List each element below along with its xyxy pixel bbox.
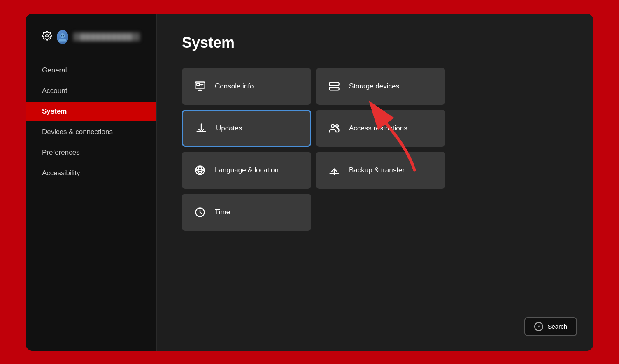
svg-point-13 [336,125,338,127]
sidebar-item-preferences[interactable]: Preferences [26,143,156,162]
nav-items: General Account System Devices & connect… [26,60,156,183]
main-content: System Console info [157,14,593,351]
gear-icon [42,31,52,43]
svg-point-1 [60,33,65,38]
backup-transfer-label: Backup & transfer [349,166,405,174]
sidebar-top: ██████████ [26,30,156,60]
tile-console-info[interactable]: Console info [182,68,311,105]
upload-icon [328,165,341,176]
search-label: Search [547,323,567,330]
tile-updates[interactable]: Updates [182,110,311,147]
svg-point-2 [61,35,62,35]
download-icon [195,123,208,134]
svg-point-12 [331,124,334,127]
svg-rect-8 [329,82,339,85]
tile-time[interactable]: Time [182,194,311,231]
sidebar-item-general[interactable]: General [26,60,156,80]
users-icon [328,123,341,134]
sidebar: ██████████ General Account System Device… [26,14,157,351]
sidebar-item-devices[interactable]: Devices & connections [26,122,156,142]
sidebar-item-accessibility[interactable]: Accessibility [26,163,156,183]
svg-point-11 [337,88,337,89]
svg-point-10 [337,83,337,84]
monitor-icon [193,81,207,92]
storage-devices-label: Storage devices [349,82,399,90]
storage-icon [328,81,341,92]
access-restrictions-label: Access restrictions [349,124,407,132]
tile-access-restrictions[interactable]: Access restrictions [316,110,445,147]
console-info-label: Console info [215,82,254,90]
sidebar-item-account[interactable]: Account [26,81,156,101]
tile-storage-devices[interactable]: Storage devices [316,68,445,105]
tiles-grid: Console info Storage devices [182,68,445,231]
avatar [57,30,68,44]
time-label: Time [215,208,230,216]
tile-backup-transfer[interactable]: Backup & transfer [316,152,445,189]
svg-point-3 [63,35,64,35]
svg-rect-5 [197,83,200,86]
language-location-label: Language & location [215,166,279,174]
globe-icon [193,165,207,176]
y-button-icon: Y [534,322,543,331]
tile-language-location[interactable]: Language & location [182,152,311,189]
page-title: System [182,34,569,51]
tv-frame: ██████████ General Account System Device… [26,14,593,351]
updates-label: Updates [216,124,242,132]
search-button[interactable]: Y Search [524,317,577,336]
svg-rect-9 [329,87,339,90]
svg-point-0 [46,35,48,37]
avatar-image [57,30,68,44]
clock-icon [193,206,207,218]
sidebar-item-system[interactable]: System [26,102,156,121]
username-display: ██████████ [73,32,140,41]
